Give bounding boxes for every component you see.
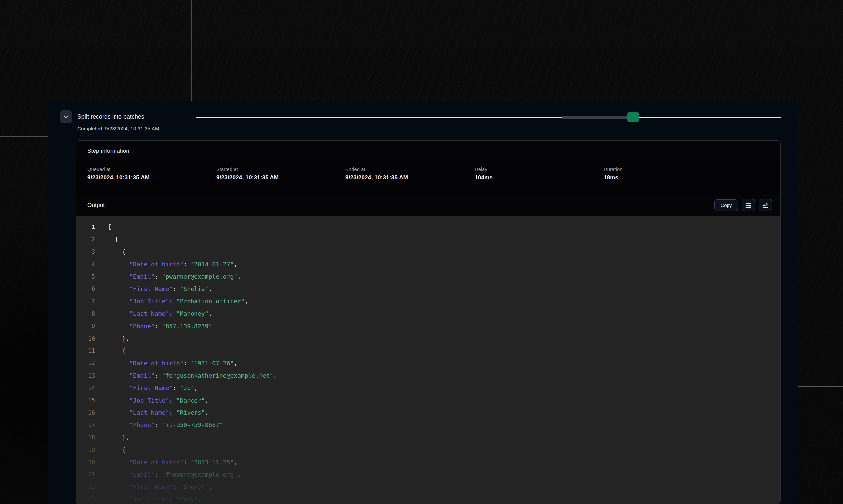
- code-lines: 1[2 [3 {4 "Date of birth": "2014-01-27",…: [76, 221, 780, 504]
- code-line: 18 },: [76, 431, 780, 444]
- step-information-card: Step information Queued at 9/23/2024, 10…: [76, 140, 780, 504]
- line-number: 19: [76, 447, 95, 453]
- code-line: 5 "Email": "pwarner@example.org",: [76, 270, 780, 283]
- line-number: 14: [76, 385, 95, 391]
- output-code-viewer[interactable]: 1[2 [3 {4 "Date of birth": "2014-01-27",…: [76, 216, 780, 504]
- line-number: 8: [76, 310, 95, 317]
- line-number: 1: [76, 224, 95, 231]
- code-text: "Phone": "857.139.8239": [108, 323, 212, 329]
- code-line: 10 },: [76, 332, 780, 344]
- code-line: 15 "Job Title": "Dancer",: [76, 394, 780, 407]
- line-number: 13: [76, 372, 95, 379]
- wrap-text-button[interactable]: [742, 199, 755, 211]
- code-text: [: [108, 223, 111, 231]
- code-line: 21 "Email": "fhoward@example.org",: [76, 469, 780, 481]
- code-line: 4 "Date of birth": "2014-01-27",: [76, 258, 780, 270]
- meta-ended-at: Ended at 9/23/2024, 10:31:35 AM: [345, 167, 408, 181]
- meta-duration: Duration 18ms: [604, 167, 622, 181]
- code-text: "Last Name": "Rivers",: [108, 409, 208, 416]
- code-text: "First Name": "Sheryl",: [108, 483, 212, 490]
- step-information-title: Step information: [87, 147, 130, 154]
- code-line: 1[: [76, 221, 780, 233]
- line-number: 15: [76, 397, 95, 403]
- step-meta-row: Queued at 9/23/2024, 10:31:35 AM Started…: [76, 161, 780, 194]
- code-text: "Job Title": "Dancer",: [108, 397, 208, 404]
- background-vertical-line: [191, 0, 192, 102]
- code-text: "Phone": "+1-950-759-8687": [108, 421, 223, 428]
- line-number: 17: [76, 422, 95, 428]
- code-text: "Date of birth": "2014-01-27",: [108, 260, 237, 268]
- code-text: {: [108, 347, 126, 354]
- code-text: "Date of birth": "2013-11-25",: [108, 458, 237, 466]
- line-number: 23: [76, 496, 95, 503]
- code-text: "Email": "fhoward@example.org",: [108, 471, 241, 478]
- code-line: 23 "Job Title": "Copy",: [76, 493, 780, 504]
- background-horizontal-line-left: [0, 136, 48, 137]
- step-status: Completed: 9/23/2024, 10:31:35 AM: [77, 126, 159, 131]
- line-number: 12: [76, 360, 95, 366]
- code-line: 9 "Phone": "857.139.8239": [76, 320, 780, 332]
- code-line: 8 "Last Name": "Mahoney",: [76, 307, 780, 320]
- code-text: "First Name": "Jo",: [108, 384, 198, 391]
- line-number: 16: [76, 410, 95, 416]
- code-line: 3 {: [76, 246, 780, 258]
- wrap-text-icon: [745, 202, 752, 209]
- code-text: },: [108, 434, 130, 441]
- code-text: {: [108, 446, 126, 453]
- meta-delay: Delay 104ms: [475, 167, 493, 181]
- code-text: "Email": "pwarner@example.org",: [108, 273, 241, 280]
- output-actions: Copy: [714, 194, 772, 216]
- code-line: 12 "Date of birth": "1931-07-26",: [76, 357, 780, 370]
- code-text: [: [108, 236, 119, 243]
- line-number: 3: [76, 248, 95, 255]
- line-number: 22: [76, 484, 95, 490]
- code-text: "Job Title": "Probation officer",: [108, 298, 248, 305]
- line-number: 2: [76, 236, 95, 243]
- code-line: 22 "First Name": "Sheryl",: [76, 481, 780, 493]
- code-text: {: [108, 248, 126, 255]
- step-title: Split records into batches: [77, 113, 144, 120]
- line-number: 21: [76, 471, 95, 478]
- code-text: "First Name": "Shelia",: [108, 286, 212, 292]
- code-line: 20 "Date of birth": "2013-11-25",: [76, 456, 780, 468]
- code-text: "Email": "fergusonkatherine@example.net"…: [108, 372, 277, 379]
- step-detail-panel: Split records into batches Completed: 9/…: [48, 101, 796, 504]
- code-text: "Job Title": "Copy",: [108, 496, 202, 503]
- chevron-down-icon: [63, 115, 69, 119]
- output-title: Output: [87, 202, 105, 209]
- code-line: 11 {: [76, 344, 780, 357]
- line-number: 4: [76, 261, 95, 268]
- code-line: 14 "First Name": "Jo",: [76, 382, 780, 394]
- step-information-header: Step information: [76, 141, 780, 161]
- code-text: "Last Name": "Mahoney",: [108, 310, 212, 317]
- timeline-handle[interactable]: [627, 112, 639, 122]
- collapse-step-button[interactable]: [60, 110, 72, 123]
- code-line: 6 "First Name": "Shelia",: [76, 283, 780, 295]
- line-number: 10: [76, 335, 95, 342]
- code-line: 13 "Email": "fergusonkatherine@example.n…: [76, 370, 780, 382]
- line-number: 11: [76, 347, 95, 354]
- code-line: 2 [: [76, 233, 780, 245]
- scroll-to-top-button[interactable]: [759, 199, 772, 211]
- scroll-top-icon: [762, 202, 769, 209]
- timeline-track[interactable]: [196, 117, 780, 118]
- code-line: 7 "Job Title": "Probation officer",: [76, 295, 780, 307]
- copy-button[interactable]: Copy: [714, 199, 738, 211]
- output-header: Output Copy: [76, 194, 780, 216]
- code-line: 17 "Phone": "+1-950-759-8687": [76, 419, 780, 431]
- code-text: },: [108, 335, 130, 342]
- background-horizontal-line-right: [798, 386, 843, 387]
- line-number: 9: [76, 323, 95, 329]
- line-number: 5: [76, 273, 95, 280]
- meta-started-at: Started at 9/23/2024, 10:31:35 AM: [217, 167, 279, 181]
- line-number: 7: [76, 298, 95, 305]
- line-number: 6: [76, 286, 95, 292]
- timeline-range-bar[interactable]: [562, 116, 627, 119]
- line-number: 20: [76, 459, 95, 466]
- code-line: 16 "Last Name": "Rivers",: [76, 407, 780, 419]
- code-line: 19 {: [76, 444, 780, 456]
- line-number: 18: [76, 434, 95, 441]
- step-timeline[interactable]: [196, 110, 780, 124]
- meta-queued-at: Queued at 9/23/2024, 10:31:35 AM: [87, 167, 150, 181]
- code-text: "Date of birth": "1931-07-26",: [108, 360, 237, 367]
